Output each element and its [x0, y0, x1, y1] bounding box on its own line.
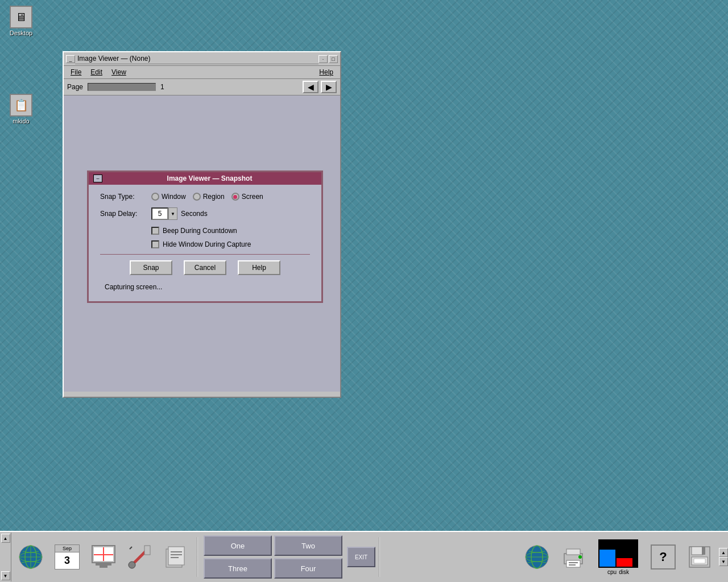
- svg-rect-27: [569, 562, 578, 563]
- svg-rect-25: [566, 549, 580, 555]
- printer-image: [561, 544, 586, 569]
- svg-line-14: [130, 547, 132, 549]
- maximize-button[interactable]: □: [329, 55, 338, 63]
- taskbar-calendar-icon[interactable]: Sep 3: [50, 535, 84, 579]
- svg-rect-10: [100, 566, 107, 568]
- taskbar-right-scroll-up[interactable]: ▲: [719, 548, 728, 557]
- disk-bar: [617, 558, 632, 567]
- taskbar-scroll-up[interactable]: ▲: [1, 534, 10, 543]
- button-two[interactable]: Two: [274, 535, 342, 556]
- svg-rect-16: [168, 547, 184, 565]
- cpu-label: cpu: [607, 569, 617, 575]
- button-one[interactable]: One: [204, 535, 272, 556]
- taskbar: ▲ ▼ Sep 3: [0, 531, 728, 582]
- svg-point-12: [129, 562, 135, 568]
- svg-rect-31: [692, 547, 703, 555]
- beep-checkbox[interactable]: [151, 227, 159, 235]
- cpu-disk-bars: [598, 539, 638, 568]
- floppy-image: [687, 544, 712, 569]
- snap-type-radio-group: Window Region Screen: [151, 193, 263, 201]
- radio-window[interactable]: Window: [151, 193, 186, 201]
- minimize-button[interactable]: _: [66, 55, 75, 63]
- cancel-button[interactable]: Cancel: [184, 260, 226, 275]
- radio-screen-circle: [231, 193, 239, 201]
- button-four[interactable]: Four: [274, 558, 342, 579]
- globe-right-svg: [524, 544, 549, 569]
- sep-month: Sep: [55, 545, 79, 552]
- snap-button[interactable]: Snap: [130, 260, 172, 275]
- cpu-bar: [599, 550, 615, 567]
- files-image: [164, 544, 189, 569]
- svg-rect-13: [144, 546, 150, 555]
- svg-rect-34: [694, 559, 705, 563]
- radio-region[interactable]: Region: [193, 193, 225, 201]
- main-window-titlebar: _ Image Viewer — (None) · □: [64, 52, 340, 66]
- mkido-icon[interactable]: 📋 mkido: [3, 94, 39, 124]
- menu-edit[interactable]: Edit: [86, 67, 107, 77]
- taskbar-left-scroll: ▲ ▼: [0, 533, 11, 581]
- tool-svg: [127, 544, 152, 569]
- help-button[interactable]: Help: [238, 260, 280, 275]
- prev-page-button[interactable]: ◀: [303, 81, 318, 93]
- taskbar-floppy-icon[interactable]: [682, 535, 717, 579]
- exit-button[interactable]: EXIT: [347, 547, 375, 567]
- taskbar-globe-right[interactable]: [520, 535, 554, 579]
- snap-type-row: Snap Type: Window Region Screen: [100, 193, 310, 201]
- snap-delay-row: Snap Delay: ▼ Seconds: [100, 207, 310, 220]
- menu-help[interactable]: Help: [315, 67, 338, 77]
- taskbar-printer-icon[interactable]: [556, 535, 590, 579]
- taskbar-divider-1: [197, 537, 198, 577]
- taskbar-buttons-section: One Two Three Four: [201, 533, 345, 581]
- desktop-icon[interactable]: 🖥 Desktop: [3, 6, 39, 36]
- snapshot-dialog: – Image Viewer — Snapshot Snap Type: Win…: [87, 171, 323, 303]
- spinner-button[interactable]: ▼: [168, 207, 177, 220]
- menu-file[interactable]: File: [66, 67, 86, 77]
- sep-calendar: Sep 3: [55, 544, 80, 569]
- taskbar-buttons-area: One Two Three Four EXIT: [201, 533, 375, 581]
- dialog-divider: [100, 254, 310, 255]
- taskbar-tool-icon[interactable]: [123, 535, 157, 579]
- hide-checkbox-row: Hide Window During Capture: [151, 240, 310, 248]
- mkido-icon-label: mkido: [13, 118, 29, 124]
- svg-rect-18: [171, 554, 182, 555]
- snapshot-titlebar: – Image Viewer — Snapshot: [89, 172, 321, 185]
- dot-button[interactable]: ·: [318, 55, 328, 63]
- radio-region-label: Region: [203, 193, 225, 201]
- taskbar-right-scroll-down[interactable]: ▼: [719, 557, 728, 566]
- next-page-button[interactable]: ▶: [321, 81, 337, 93]
- taskbar-viewer-icon[interactable]: [86, 535, 121, 579]
- mkido-icon-image: 📋: [10, 94, 32, 117]
- snapshot-close-button[interactable]: –: [93, 174, 102, 182]
- svg-rect-32: [702, 547, 705, 555]
- svg-rect-28: [569, 564, 576, 566]
- taskbar-scroll-down[interactable]: ▼: [1, 571, 10, 580]
- taskbar-icons: Sep 3: [11, 533, 383, 581]
- snap-buttons: Snap Cancel Help: [100, 260, 310, 275]
- hide-label: Hide Window During Capture: [163, 240, 251, 248]
- hide-checkbox[interactable]: [151, 240, 159, 248]
- radio-window-label: Window: [162, 193, 186, 201]
- taskbar-right-section: cpu disk ?: [518, 533, 719, 581]
- files-svg: [164, 544, 189, 569]
- button-three[interactable]: Three: [204, 558, 272, 579]
- beep-label: Beep During Countdown: [163, 227, 237, 235]
- taskbar-files-icon[interactable]: [159, 535, 193, 579]
- page-slider[interactable]: [88, 83, 156, 91]
- svg-rect-9: [96, 563, 111, 566]
- radio-screen[interactable]: Screen: [231, 193, 263, 201]
- toolbar: Page 1 ◀ ▶: [64, 79, 340, 95]
- snap-delay-input[interactable]: [151, 207, 168, 220]
- taskbar-question-icon[interactable]: ?: [646, 535, 680, 579]
- taskbar-divider-2: [379, 537, 380, 577]
- svg-rect-26: [566, 560, 580, 567]
- menu-view[interactable]: View: [107, 67, 131, 77]
- snap-delay-unit: Seconds: [181, 210, 208, 218]
- taskbar-globe-icon[interactable]: [14, 535, 48, 579]
- status-bar: Capturing screen...: [100, 281, 310, 293]
- viewer-image: [91, 544, 116, 569]
- printer-svg: [561, 544, 586, 569]
- snapshot-body: Snap Type: Window Region Screen Snap Del…: [89, 185, 321, 301]
- svg-point-29: [578, 555, 582, 559]
- desktop-icon-label: Desktop: [10, 30, 32, 36]
- main-window-title: Image Viewer — (None): [75, 53, 318, 64]
